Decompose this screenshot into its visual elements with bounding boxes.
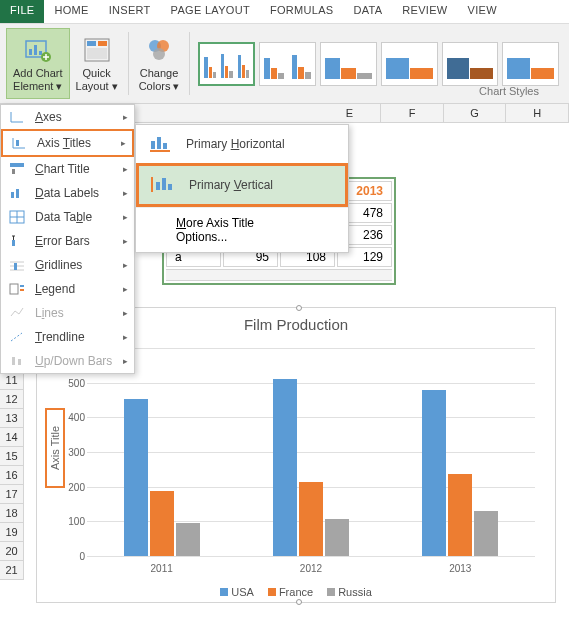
data-labels-icon (9, 186, 27, 200)
svg-rect-24 (18, 359, 21, 365)
quick-layout-button[interactable]: QuickLayout ▾ (70, 28, 124, 99)
legend-icon (9, 282, 27, 296)
bar[interactable] (176, 523, 200, 556)
x-category: 2013 (386, 563, 535, 574)
legend-item[interactable]: USA (220, 586, 254, 598)
menu-trendline[interactable]: Trendline▸ (1, 325, 134, 349)
svg-rect-29 (151, 177, 153, 192)
submenu-more-options[interactable]: More Axis Title Options... (136, 207, 348, 252)
change-colors-button[interactable]: ChangeColors ▾ (133, 28, 186, 99)
col-header-f[interactable]: F (381, 104, 444, 122)
axis-titles-icon (11, 136, 29, 150)
col-header-h[interactable]: H (506, 104, 569, 122)
add-chart-element-menu: Axes▸ Axis Titles▸ Chart Title▸ Data Lab… (0, 104, 135, 374)
data-table-icon (9, 210, 27, 224)
ribbon-tabs: FILE HOME INSERT PAGE LAYOUT FORMULAS DA… (0, 0, 569, 24)
bar-group: 2011 (87, 348, 236, 556)
chart-style-1[interactable] (198, 42, 255, 86)
svg-rect-28 (150, 150, 170, 152)
svg-rect-15 (11, 192, 14, 198)
tab-view[interactable]: VIEW (458, 0, 507, 23)
chart-style-2[interactable] (259, 42, 316, 86)
row-header[interactable]: 18 (0, 504, 24, 523)
submenu-label: Primary Horizontal (186, 137, 285, 151)
primary-vertical-icon (151, 176, 179, 194)
row-header[interactable]: 12 (0, 390, 24, 409)
axes-icon (9, 110, 27, 124)
legend-item[interactable]: Russia (327, 586, 372, 598)
bar[interactable] (325, 519, 349, 556)
change-colors-label: ChangeColors ▾ (139, 67, 180, 91)
svg-rect-3 (39, 51, 42, 55)
menu-data-table[interactable]: Data Table▸ (1, 205, 134, 229)
tab-file[interactable]: FILE (0, 0, 44, 23)
trendline-icon (9, 330, 27, 344)
bar[interactable] (448, 474, 472, 556)
svg-rect-32 (168, 184, 172, 190)
bar[interactable] (273, 379, 297, 556)
svg-rect-20 (10, 284, 18, 294)
row-header[interactable]: 13 (0, 409, 24, 428)
svg-rect-16 (16, 189, 19, 198)
tab-insert[interactable]: INSERT (99, 0, 161, 23)
chart-style-4[interactable] (381, 42, 438, 86)
row-header[interactable]: 17 (0, 485, 24, 504)
add-chart-element-label: Add ChartElement ▾ (13, 67, 63, 91)
svg-rect-25 (151, 141, 155, 149)
col-header-g[interactable]: G (444, 104, 507, 122)
tab-data[interactable]: DATA (343, 0, 392, 23)
svg-rect-31 (162, 178, 166, 190)
add-chart-element-button[interactable]: Add ChartElement ▾ (6, 28, 70, 99)
svg-rect-26 (157, 137, 161, 149)
tab-home[interactable]: HOME (44, 0, 98, 23)
row-header[interactable]: 21 (0, 561, 24, 580)
chart-style-3[interactable] (320, 42, 377, 86)
svg-rect-6 (87, 41, 96, 46)
tab-formulas[interactable]: FORMULAS (260, 0, 344, 23)
menu-axis-titles[interactable]: Axis Titles▸ (1, 129, 134, 157)
svg-rect-27 (163, 143, 167, 149)
svg-rect-19 (14, 263, 17, 270)
svg-rect-2 (34, 45, 37, 55)
row-header[interactable]: 16 (0, 466, 24, 485)
col-header-e[interactable]: E (319, 104, 382, 122)
bar[interactable] (124, 399, 148, 556)
row-header[interactable]: 14 (0, 428, 24, 447)
chart-legend[interactable]: USAFranceRussia (37, 586, 555, 598)
bar-group: 2013 (386, 348, 535, 556)
tab-review[interactable]: REVIEW (392, 0, 457, 23)
svg-point-11 (153, 48, 165, 60)
bar[interactable] (150, 491, 174, 556)
legend-item[interactable]: France (268, 586, 313, 598)
chart-style-6[interactable] (502, 42, 559, 86)
menu-legend[interactable]: Legend▸ (1, 277, 134, 301)
svg-rect-12 (16, 140, 19, 146)
plot-area[interactable]: 0100200300400500600 201120122013 (87, 348, 535, 556)
lines-icon (9, 306, 27, 320)
bar[interactable] (422, 390, 446, 556)
submenu-primary-horizontal[interactable]: Primary Horizontal (136, 125, 348, 163)
row-header[interactable]: 20 (0, 542, 24, 561)
quick-layout-label: QuickLayout ▾ (76, 67, 118, 91)
error-bars-icon (9, 234, 27, 248)
menu-lines: Lines▸ (1, 301, 134, 325)
row-header[interactable]: 15 (0, 447, 24, 466)
row-header[interactable]: 19 (0, 523, 24, 542)
updown-icon (9, 354, 27, 368)
menu-gridlines[interactable]: Gridlines▸ (1, 253, 134, 277)
menu-chart-title[interactable]: Chart Title▸ (1, 157, 134, 181)
svg-rect-30 (156, 182, 160, 190)
add-chart-element-icon (23, 35, 53, 65)
submenu-primary-vertical[interactable]: Primary Vertical (136, 163, 348, 207)
bar[interactable] (474, 511, 498, 556)
bar[interactable] (299, 482, 323, 556)
tab-page-layout[interactable]: PAGE LAYOUT (161, 0, 260, 23)
menu-error-bars[interactable]: Error Bars▸ (1, 229, 134, 253)
svg-rect-13 (10, 163, 24, 167)
menu-data-labels[interactable]: Data Labels▸ (1, 181, 134, 205)
svg-rect-23 (12, 357, 15, 365)
menu-axes[interactable]: Axes▸ (1, 105, 134, 129)
svg-rect-18 (12, 240, 15, 246)
chart-style-5[interactable] (442, 42, 499, 86)
x-category: 2012 (236, 563, 385, 574)
